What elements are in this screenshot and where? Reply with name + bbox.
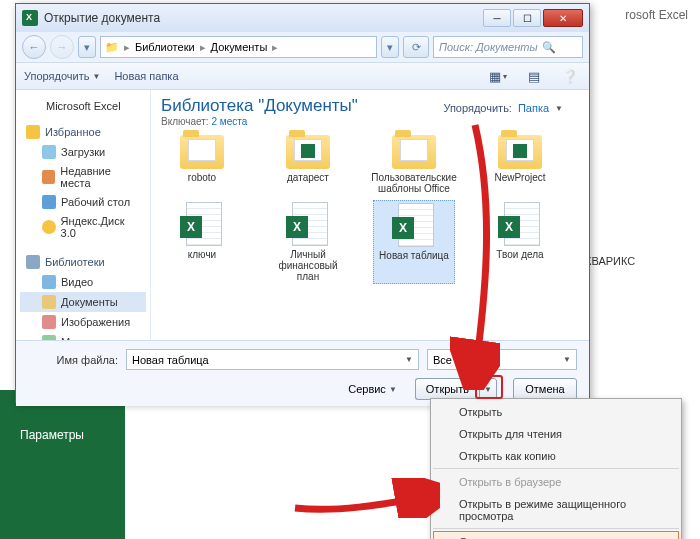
desktop-icon <box>42 195 56 209</box>
excel-file-icon: X <box>286 202 330 246</box>
dialog-footer: Имя файла: Новая таблица ▼ Все файлы ▼ С… <box>16 340 589 406</box>
downloads-icon <box>42 145 56 159</box>
folder-icon <box>498 135 542 169</box>
open-file-dialog: Открытие документа ─ ☐ ✕ ← → ▾ 📁 ▸ Библи… <box>15 3 590 403</box>
file-grid: roboto датарест Пользовательские шаблоны… <box>161 133 579 284</box>
yandexdisk-icon <box>42 220 56 234</box>
file-item-selected[interactable]: XНовая таблица <box>373 200 455 284</box>
chevron-right-icon: ▸ <box>124 41 130 54</box>
menu-item-open-browser: Открыть в браузере <box>433 471 679 493</box>
libraries-icon <box>26 255 40 269</box>
libraries-header[interactable]: Библиотеки <box>20 252 146 272</box>
excel-backstage-options[interactable]: Параметры <box>20 428 84 442</box>
help-button[interactable]: ❔ <box>559 66 581 86</box>
folder-icon <box>180 135 224 169</box>
chevron-down-icon: ▼ <box>405 355 413 364</box>
chevron-down-icon: ▼ <box>484 385 492 394</box>
nav-up-button[interactable]: ▾ <box>78 36 96 58</box>
open-dropdown-arrow[interactable]: ▼ <box>479 378 497 400</box>
new-folder-button[interactable]: Новая папка <box>114 70 178 82</box>
sort-control[interactable]: Упорядочить: Папка ▼ <box>443 102 563 114</box>
chevron-right-icon: ▸ <box>200 41 206 54</box>
tools-button[interactable]: Сервис▼ <box>348 383 397 395</box>
sidebar-item-downloads[interactable]: Загрузки <box>20 142 146 162</box>
file-list-pane: Библиотека "Документы" Включает: 2 места… <box>151 90 589 340</box>
nav-back-button[interactable]: ← <box>22 35 46 59</box>
sidebar-item-images[interactable]: Изображения <box>20 312 146 332</box>
documents-icon <box>42 295 56 309</box>
menu-item-open[interactable]: Открыть <box>433 401 679 423</box>
nav-row: ← → ▾ 📁 ▸ Библиотеки ▸ Документы ▸ ▾ ⟳ П… <box>16 32 589 62</box>
chevron-down-icon: ▼ <box>92 72 100 81</box>
background-text: КВАРИКС <box>585 255 635 267</box>
excel-backstage-sidebar <box>0 390 125 539</box>
menu-item-open-and-repair[interactable]: Открыть и восстановить... <box>433 531 679 539</box>
view-mode-button[interactable]: ▦▾ <box>487 66 509 86</box>
open-split-button[interactable]: Открыть ▼ <box>415 378 497 400</box>
chevron-right-icon: ▸ <box>272 41 278 54</box>
folder-item[interactable]: NewProject <box>479 133 561 196</box>
folder-item[interactable]: Пользовательские шаблоны Office <box>373 133 455 196</box>
search-icon: 🔍 <box>542 41 556 54</box>
sidebar-item-desktop[interactable]: Рабочий стол <box>20 192 146 212</box>
sidebar-item-video[interactable]: Видео <box>20 272 146 292</box>
filetype-select[interactable]: Все файлы ▼ <box>427 349 577 370</box>
location-subtitle: Включает: 2 места <box>161 116 579 127</box>
folder-item[interactable]: roboto <box>161 133 243 196</box>
sidebar-item-documents[interactable]: Документы <box>20 292 146 312</box>
folder-icon <box>392 135 436 169</box>
dialog-title: Открытие документа <box>44 11 483 25</box>
excel-app-icon <box>26 99 40 113</box>
search-placeholder: Поиск: Документы <box>439 41 538 53</box>
file-item[interactable]: XЛичный финансовый план <box>267 200 349 284</box>
minimize-button[interactable]: ─ <box>483 9 511 27</box>
maximize-button[interactable]: ☐ <box>513 9 541 27</box>
excel-file-icon: X <box>392 203 436 247</box>
images-icon <box>42 315 56 329</box>
annotation-arrow-2 <box>290 478 440 518</box>
nav-tree: Microsoft Excel Избранное Загрузки Недав… <box>16 90 151 340</box>
organize-button[interactable]: Упорядочить▼ <box>24 70 100 82</box>
places-link[interactable]: 2 места <box>211 116 247 127</box>
filename-input[interactable]: Новая таблица ▼ <box>126 349 419 370</box>
menu-item-open-readonly[interactable]: Открыть для чтения <box>433 423 679 445</box>
preview-pane-button[interactable]: ▤ <box>523 66 545 86</box>
chevron-down-icon: ▼ <box>389 385 397 394</box>
filename-label: Имя файла: <box>28 354 118 366</box>
background-app-title: rosoft Excel <box>625 8 688 22</box>
excel-file-icon: X <box>498 202 542 246</box>
music-icon <box>42 335 56 340</box>
favorites-header[interactable]: Избранное <box>20 122 146 142</box>
breadcrumb-part[interactable]: Библиотеки <box>135 41 195 53</box>
excel-file-icon: X <box>180 202 224 246</box>
titlebar: Открытие документа ─ ☐ ✕ <box>16 4 589 32</box>
cancel-button[interactable]: Отмена <box>513 378 577 400</box>
breadcrumb-history-button[interactable]: ▾ <box>381 36 399 58</box>
folder-icon <box>286 135 330 169</box>
recent-icon <box>42 170 55 184</box>
search-input[interactable]: Поиск: Документы 🔍 <box>433 36 583 58</box>
breadcrumb-root-icon: 📁 <box>105 41 119 54</box>
brand-label: Microsoft Excel <box>46 100 121 112</box>
star-icon <box>26 125 40 139</box>
close-button[interactable]: ✕ <box>543 9 583 27</box>
nav-forward-button[interactable]: → <box>50 35 74 59</box>
dialog-toolbar: Упорядочить▼ Новая папка ▦▾ ▤ ❔ <box>16 62 589 90</box>
file-item[interactable]: XТвои дела <box>479 200 561 284</box>
refresh-button[interactable]: ⟳ <box>403 36 429 58</box>
menu-item-open-protected[interactable]: Открыть в режиме защищенного просмотра <box>433 493 679 529</box>
breadcrumb-part[interactable]: Документы <box>211 41 268 53</box>
file-item[interactable]: Xключи <box>161 200 243 284</box>
sidebar-item-music[interactable]: Музыка <box>20 332 146 340</box>
sidebar-item-yandexdisk[interactable]: Яндекс.Диск 3.0 <box>20 212 146 242</box>
video-icon <box>42 275 56 289</box>
chevron-down-icon: ▼ <box>555 104 563 113</box>
menu-item-open-copy[interactable]: Открыть как копию <box>433 445 679 469</box>
chevron-down-icon: ▼ <box>563 355 571 364</box>
open-button[interactable]: Открыть <box>415 378 479 400</box>
open-dropdown-menu: Открыть Открыть для чтения Открыть как к… <box>430 398 682 539</box>
sidebar-item-recent[interactable]: Недавние места <box>20 162 146 192</box>
breadcrumb[interactable]: 📁 ▸ Библиотеки ▸ Документы ▸ <box>100 36 377 58</box>
excel-app-icon <box>22 10 38 26</box>
folder-item[interactable]: датарест <box>267 133 349 196</box>
